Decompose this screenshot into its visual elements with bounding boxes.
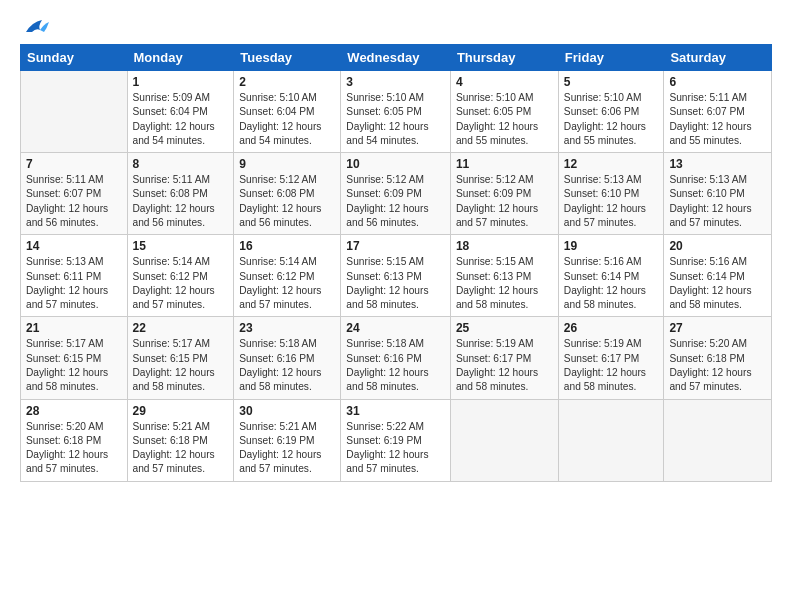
calendar-cell: 19Sunrise: 5:16 AM Sunset: 6:14 PM Dayli… <box>558 235 664 317</box>
day-number: 12 <box>564 157 659 171</box>
day-info: Sunrise: 5:18 AM Sunset: 6:16 PM Dayligh… <box>346 337 445 394</box>
day-number: 28 <box>26 404 122 418</box>
day-info: Sunrise: 5:16 AM Sunset: 6:14 PM Dayligh… <box>564 255 659 312</box>
calendar-cell <box>664 399 772 481</box>
calendar-header-sunday: Sunday <box>21 45 128 71</box>
day-info: Sunrise: 5:13 AM Sunset: 6:11 PM Dayligh… <box>26 255 122 312</box>
calendar-week-row: 21Sunrise: 5:17 AM Sunset: 6:15 PM Dayli… <box>21 317 772 399</box>
day-info: Sunrise: 5:10 AM Sunset: 6:06 PM Dayligh… <box>564 91 659 148</box>
day-info: Sunrise: 5:17 AM Sunset: 6:15 PM Dayligh… <box>26 337 122 394</box>
calendar-week-row: 1Sunrise: 5:09 AM Sunset: 6:04 PM Daylig… <box>21 71 772 153</box>
day-info: Sunrise: 5:11 AM Sunset: 6:07 PM Dayligh… <box>669 91 766 148</box>
calendar-header-tuesday: Tuesday <box>234 45 341 71</box>
day-number: 1 <box>133 75 229 89</box>
calendar-header-wednesday: Wednesday <box>341 45 451 71</box>
day-info: Sunrise: 5:13 AM Sunset: 6:10 PM Dayligh… <box>669 173 766 230</box>
day-number: 18 <box>456 239 553 253</box>
calendar-week-row: 14Sunrise: 5:13 AM Sunset: 6:11 PM Dayli… <box>21 235 772 317</box>
calendar-cell: 10Sunrise: 5:12 AM Sunset: 6:09 PM Dayli… <box>341 153 451 235</box>
day-info: Sunrise: 5:21 AM Sunset: 6:19 PM Dayligh… <box>239 420 335 477</box>
day-info: Sunrise: 5:16 AM Sunset: 6:14 PM Dayligh… <box>669 255 766 312</box>
day-number: 24 <box>346 321 445 335</box>
calendar-cell: 11Sunrise: 5:12 AM Sunset: 6:09 PM Dayli… <box>450 153 558 235</box>
day-info: Sunrise: 5:22 AM Sunset: 6:19 PM Dayligh… <box>346 420 445 477</box>
day-number: 7 <box>26 157 122 171</box>
day-info: Sunrise: 5:13 AM Sunset: 6:10 PM Dayligh… <box>564 173 659 230</box>
day-number: 8 <box>133 157 229 171</box>
day-number: 19 <box>564 239 659 253</box>
day-number: 15 <box>133 239 229 253</box>
day-info: Sunrise: 5:14 AM Sunset: 6:12 PM Dayligh… <box>239 255 335 312</box>
calendar-cell: 4Sunrise: 5:10 AM Sunset: 6:05 PM Daylig… <box>450 71 558 153</box>
calendar-cell: 23Sunrise: 5:18 AM Sunset: 6:16 PM Dayli… <box>234 317 341 399</box>
calendar-cell: 28Sunrise: 5:20 AM Sunset: 6:18 PM Dayli… <box>21 399 128 481</box>
calendar-cell: 7Sunrise: 5:11 AM Sunset: 6:07 PM Daylig… <box>21 153 128 235</box>
logo-bird-icon <box>22 18 50 38</box>
calendar-cell: 29Sunrise: 5:21 AM Sunset: 6:18 PM Dayli… <box>127 399 234 481</box>
day-info: Sunrise: 5:17 AM Sunset: 6:15 PM Dayligh… <box>133 337 229 394</box>
day-info: Sunrise: 5:14 AM Sunset: 6:12 PM Dayligh… <box>133 255 229 312</box>
day-info: Sunrise: 5:10 AM Sunset: 6:05 PM Dayligh… <box>346 91 445 148</box>
day-number: 2 <box>239 75 335 89</box>
calendar-cell: 18Sunrise: 5:15 AM Sunset: 6:13 PM Dayli… <box>450 235 558 317</box>
calendar-cell: 24Sunrise: 5:18 AM Sunset: 6:16 PM Dayli… <box>341 317 451 399</box>
day-number: 26 <box>564 321 659 335</box>
calendar-cell: 30Sunrise: 5:21 AM Sunset: 6:19 PM Dayli… <box>234 399 341 481</box>
logo <box>20 18 50 34</box>
day-number: 3 <box>346 75 445 89</box>
day-number: 16 <box>239 239 335 253</box>
calendar-week-row: 28Sunrise: 5:20 AM Sunset: 6:18 PM Dayli… <box>21 399 772 481</box>
day-info: Sunrise: 5:11 AM Sunset: 6:07 PM Dayligh… <box>26 173 122 230</box>
calendar-cell <box>21 71 128 153</box>
calendar-cell: 31Sunrise: 5:22 AM Sunset: 6:19 PM Dayli… <box>341 399 451 481</box>
calendar-cell <box>558 399 664 481</box>
calendar-cell: 6Sunrise: 5:11 AM Sunset: 6:07 PM Daylig… <box>664 71 772 153</box>
day-number: 31 <box>346 404 445 418</box>
day-number: 9 <box>239 157 335 171</box>
logo-text <box>20 18 50 38</box>
day-number: 13 <box>669 157 766 171</box>
day-number: 21 <box>26 321 122 335</box>
page: SundayMondayTuesdayWednesdayThursdayFrid… <box>0 0 792 612</box>
day-info: Sunrise: 5:15 AM Sunset: 6:13 PM Dayligh… <box>346 255 445 312</box>
day-number: 5 <box>564 75 659 89</box>
calendar-cell: 15Sunrise: 5:14 AM Sunset: 6:12 PM Dayli… <box>127 235 234 317</box>
day-number: 17 <box>346 239 445 253</box>
calendar-header-thursday: Thursday <box>450 45 558 71</box>
day-info: Sunrise: 5:20 AM Sunset: 6:18 PM Dayligh… <box>26 420 122 477</box>
calendar-cell: 5Sunrise: 5:10 AM Sunset: 6:06 PM Daylig… <box>558 71 664 153</box>
day-info: Sunrise: 5:10 AM Sunset: 6:04 PM Dayligh… <box>239 91 335 148</box>
calendar-cell: 17Sunrise: 5:15 AM Sunset: 6:13 PM Dayli… <box>341 235 451 317</box>
calendar-header-saturday: Saturday <box>664 45 772 71</box>
calendar-cell: 1Sunrise: 5:09 AM Sunset: 6:04 PM Daylig… <box>127 71 234 153</box>
calendar-cell: 20Sunrise: 5:16 AM Sunset: 6:14 PM Dayli… <box>664 235 772 317</box>
calendar-cell: 27Sunrise: 5:20 AM Sunset: 6:18 PM Dayli… <box>664 317 772 399</box>
day-info: Sunrise: 5:19 AM Sunset: 6:17 PM Dayligh… <box>564 337 659 394</box>
day-info: Sunrise: 5:15 AM Sunset: 6:13 PM Dayligh… <box>456 255 553 312</box>
day-number: 30 <box>239 404 335 418</box>
day-number: 14 <box>26 239 122 253</box>
day-number: 6 <box>669 75 766 89</box>
header <box>20 18 772 34</box>
day-info: Sunrise: 5:10 AM Sunset: 6:05 PM Dayligh… <box>456 91 553 148</box>
day-info: Sunrise: 5:11 AM Sunset: 6:08 PM Dayligh… <box>133 173 229 230</box>
calendar-cell: 25Sunrise: 5:19 AM Sunset: 6:17 PM Dayli… <box>450 317 558 399</box>
calendar-cell: 12Sunrise: 5:13 AM Sunset: 6:10 PM Dayli… <box>558 153 664 235</box>
calendar-cell: 26Sunrise: 5:19 AM Sunset: 6:17 PM Dayli… <box>558 317 664 399</box>
day-info: Sunrise: 5:12 AM Sunset: 6:09 PM Dayligh… <box>346 173 445 230</box>
calendar-header-friday: Friday <box>558 45 664 71</box>
day-info: Sunrise: 5:21 AM Sunset: 6:18 PM Dayligh… <box>133 420 229 477</box>
calendar-cell <box>450 399 558 481</box>
calendar-cell: 22Sunrise: 5:17 AM Sunset: 6:15 PM Dayli… <box>127 317 234 399</box>
day-info: Sunrise: 5:19 AM Sunset: 6:17 PM Dayligh… <box>456 337 553 394</box>
day-number: 22 <box>133 321 229 335</box>
day-number: 27 <box>669 321 766 335</box>
calendar-cell: 13Sunrise: 5:13 AM Sunset: 6:10 PM Dayli… <box>664 153 772 235</box>
day-info: Sunrise: 5:18 AM Sunset: 6:16 PM Dayligh… <box>239 337 335 394</box>
day-number: 25 <box>456 321 553 335</box>
day-info: Sunrise: 5:09 AM Sunset: 6:04 PM Dayligh… <box>133 91 229 148</box>
calendar-cell: 21Sunrise: 5:17 AM Sunset: 6:15 PM Dayli… <box>21 317 128 399</box>
calendar-header-monday: Monday <box>127 45 234 71</box>
calendar-table: SundayMondayTuesdayWednesdayThursdayFrid… <box>20 44 772 482</box>
calendar-cell: 2Sunrise: 5:10 AM Sunset: 6:04 PM Daylig… <box>234 71 341 153</box>
